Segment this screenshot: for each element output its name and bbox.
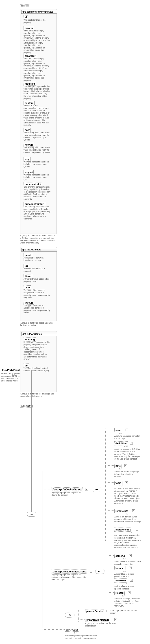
attr-creatoruri-desc: If the attribute is empty, specifies whi… (24, 58, 50, 82)
connector (108, 568, 114, 568)
expand-toggle[interactable]: + (125, 481, 128, 484)
attr-id-desc: The local identifier of the property. (24, 19, 50, 24)
elem-any-other-desc: Extension point for provider-defined pro… (65, 634, 99, 640)
concept-def-group: ConceptDefinitionGroup (52, 488, 82, 492)
elem-name-desc: A natural language name for the concept. (114, 435, 141, 440)
attr-qcode-desc: A qualified code which identifies a conc… (24, 257, 50, 262)
connector (101, 489, 106, 490)
elem-related-desc: A related concept, where the relationshi… (114, 598, 141, 607)
connector (106, 443, 114, 443)
elem-orgdetails: organisationDetails (85, 618, 110, 622)
connector (42, 571, 52, 571)
attr-whyuri-desc: Why the metadata has been included - exp… (24, 174, 50, 181)
attr-custom-desc: If set to true the corresponding propert… (24, 104, 50, 126)
count: 0..∞ (120, 485, 123, 487)
elem-broader: broader (114, 566, 126, 570)
elem-sameas-desc: An identifier of a concept with equivale… (114, 560, 141, 566)
attr-howuri-desc: Indicates by which means the value was e… (24, 146, 50, 154)
flex-group-desc: A group of attributes associated with fl… (20, 322, 56, 327)
count: 0..∞ (123, 570, 126, 572)
sequence-root (27, 512, 36, 516)
common-group-header: grp commonPowerAttributes (21, 10, 57, 14)
connector (106, 529, 114, 529)
connector (78, 611, 85, 611)
elem-any-other: any ##other (65, 628, 79, 632)
elem-remoteinfo-desc: A link to an item or a web resource whic… (114, 516, 141, 523)
expand-toggle[interactable]: + (130, 579, 133, 582)
elem-definition-desc: A natural language definition of the sem… (114, 448, 141, 460)
attr-modified-desc: The date (and, optionally, the time) whe… (24, 85, 50, 100)
attributes-label: attributes (20, 4, 30, 7)
elem-narrower-desc: An identifier of a more specific concept… (114, 585, 141, 590)
attr-uri-desc: A URI which identifies a concept. (24, 268, 50, 272)
elem-remoteinfo: remoteInfo (114, 509, 129, 513)
connector (104, 571, 108, 571)
any-other-attr: any ##other (20, 404, 34, 408)
elem-persondetails-desc: A set of properties specific to a person (110, 610, 141, 614)
sequence-cdg (92, 487, 101, 492)
attr-creator-desc: If the attribute is empty, specifies whi… (24, 30, 50, 54)
connector (106, 482, 114, 483)
count: 0..∞ (74, 632, 77, 634)
elem-note: note (114, 464, 122, 468)
elem-definition: definition (114, 442, 128, 446)
count: 0..∞ (122, 595, 126, 597)
concept-def-desc: A group of properites required to define… (52, 492, 85, 496)
attr-typeuri-desc: The type of the concept assigned as cont… (24, 304, 50, 314)
expand-toggle[interactable]: + (129, 566, 132, 569)
elem-narrower: narrower (114, 578, 127, 582)
elem-name: name (114, 428, 123, 432)
attr-type-desc: The type of the concept assigned as cont… (24, 289, 50, 299)
elem-hierarchyinfo: hierarchyInfo (114, 528, 132, 532)
concept-rel-group: ConceptRelationshipsGroup (52, 570, 87, 574)
connector (106, 510, 114, 511)
expand-toggle[interactable]: + (132, 509, 135, 512)
connector (42, 615, 65, 615)
attr-how-desc: Indicates by which means the value was e… (24, 132, 50, 141)
attr-pubconstrainturi-desc: One or many constraints that apply to pu… (24, 206, 50, 220)
expand-toggle[interactable]: + (136, 528, 138, 531)
i18n-group-header: grp i18nAttributes (21, 332, 57, 336)
elem-orgdetails-desc: A group of properties specific to an org… (85, 622, 119, 627)
count: 0..∞ (123, 558, 126, 560)
expand-toggle[interactable]: + (129, 554, 132, 557)
concept-rel-desc: A group of properites required to indica… (52, 574, 88, 581)
count: 0..∞ (119, 432, 122, 434)
connector (78, 610, 79, 622)
attr-why-desc: Why the metadata has been included - exp… (24, 161, 50, 168)
connector (92, 571, 95, 571)
count: 0..∞ (124, 582, 127, 584)
expand-toggle[interactable]: + (126, 428, 128, 431)
expand-toggle[interactable]: + (124, 464, 127, 467)
connector (74, 615, 78, 615)
expand-toggle[interactable]: - (85, 488, 88, 491)
connector (42, 489, 52, 490)
connector (36, 514, 42, 514)
connector (108, 555, 114, 556)
attr-pubconstraint-desc: One or many constraints that apply to pu… (24, 186, 50, 200)
connector (88, 489, 92, 490)
choice-details (65, 612, 74, 618)
connector (42, 471, 43, 628)
count: 0..∞ (124, 446, 128, 448)
count: 0..∞ (126, 513, 129, 515)
attr-dir-desc: The directionality of textual content (e… (24, 367, 50, 372)
connector (108, 580, 114, 580)
expand-toggle[interactable]: + (106, 610, 109, 612)
count: 0..∞ (119, 468, 122, 470)
i18n-group-desc: A group of attributes for language and s… (20, 393, 56, 398)
expand-toggle[interactable]: + (128, 591, 130, 594)
elem-persondetails: personDetails (85, 609, 104, 613)
expand-toggle[interactable]: + (130, 442, 133, 444)
expand-toggle[interactable]: + (114, 618, 117, 621)
count: 0..∞ (129, 532, 132, 534)
elem-broader-desc: An identifier of a more generic concept. (114, 573, 141, 578)
connector (78, 619, 85, 620)
elem-related: related (114, 591, 125, 595)
connector (106, 430, 114, 430)
connector (42, 630, 65, 630)
elem-note-desc: Additional natural language information … (114, 470, 141, 478)
attr-literal-desc: A free-text value assigned as property v… (24, 278, 50, 283)
expand-toggle[interactable]: - (90, 570, 92, 573)
elem-facet-desc: In NAR 1.8 and later, facet is deprecate… (114, 488, 141, 505)
